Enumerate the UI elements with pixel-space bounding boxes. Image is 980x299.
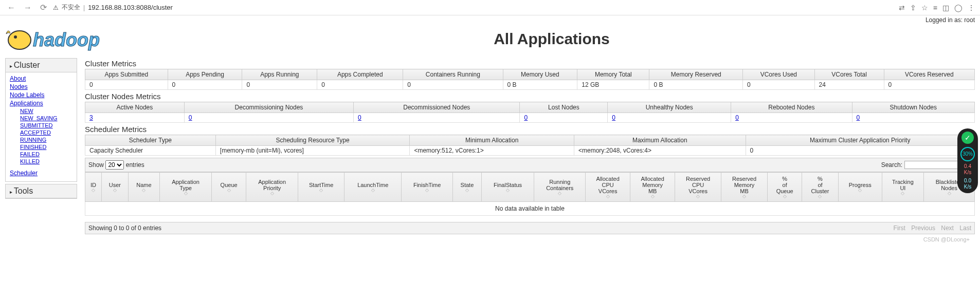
col-header: Active Nodes bbox=[85, 102, 185, 113]
apps-col-header[interactable]: StartTime◇ bbox=[298, 173, 344, 202]
sidebar-link-about[interactable]: About bbox=[10, 74, 72, 83]
forward-icon[interactable]: → bbox=[22, 3, 34, 12]
sidebar-link-node-labels[interactable]: Node Labels bbox=[10, 91, 72, 99]
apps-col-header[interactable]: FinalStatus◇ bbox=[481, 173, 534, 202]
cell[interactable]: 0 bbox=[608, 113, 731, 123]
apps-col-header[interactable]: User◇ bbox=[102, 173, 129, 202]
apps-col-header[interactable]: LaunchTime◇ bbox=[344, 173, 402, 202]
reload-icon[interactable]: ⟳ bbox=[38, 3, 49, 12]
col-header: Maximum Cluster Application Priority bbox=[746, 135, 974, 146]
apps-col-header[interactable]: ReservedMemoryMB◇ bbox=[721, 173, 768, 202]
cell: [memory-mb (unit=Mi), vcores] bbox=[215, 146, 410, 156]
no-data-message: No data available in table bbox=[85, 202, 975, 216]
svg-text:hadoop: hadoop bbox=[33, 29, 100, 50]
translate-icon[interactable]: ⇄ bbox=[899, 4, 905, 12]
col-header: Containers Running bbox=[403, 69, 503, 80]
cell[interactable]: 0 bbox=[520, 113, 608, 123]
showing-info: Showing 0 to 0 of 0 entries bbox=[88, 225, 161, 232]
panel-icon[interactable]: ◫ bbox=[942, 4, 949, 12]
check-icon: ✓ bbox=[961, 132, 974, 144]
sidebar-link-nodes[interactable]: Nodes bbox=[10, 83, 72, 91]
cell: 0 bbox=[85, 80, 168, 90]
table-controls: Show 20 entries Search: bbox=[85, 158, 975, 172]
col-header: Rebooted Nodes bbox=[731, 102, 852, 113]
hadoop-logo[interactable]: hadoop bbox=[5, 25, 129, 53]
sidebar-appstate-failed[interactable]: FAILED bbox=[20, 151, 72, 158]
apps-col-header[interactable]: %ofQueue◇ bbox=[767, 173, 802, 202]
star-icon[interactable]: ☆ bbox=[921, 4, 928, 12]
col-header: Memory Total bbox=[577, 69, 649, 80]
node-metrics-table: Active NodesDecommissioning NodesDecommi… bbox=[85, 102, 975, 123]
sidebar-link-applications[interactable]: Applications bbox=[10, 99, 72, 107]
page-prev[interactable]: Previous bbox=[911, 225, 935, 232]
sidebar-appstate-submitted[interactable]: SUBMITTED bbox=[20, 122, 72, 129]
apps-col-header[interactable]: TrackingUI◇ bbox=[882, 173, 923, 202]
apps-col-header[interactable]: AllocatedMemoryMB◇ bbox=[630, 173, 675, 202]
url-bar[interactable]: ⚠ 不安全 | 192.168.88.103:8088/cluster bbox=[53, 3, 895, 12]
col-header: VCores Total bbox=[814, 69, 884, 80]
scheduler-metrics-table: Scheduler TypeScheduling Resource TypeMi… bbox=[85, 135, 975, 156]
sidebar-tools[interactable]: Tools bbox=[5, 184, 77, 199]
sidebar-appstate-new_saving[interactable]: NEW_SAVING bbox=[20, 115, 72, 122]
cell[interactable]: 0 bbox=[731, 113, 852, 123]
apps-col-header[interactable]: Progress◇ bbox=[838, 173, 882, 202]
cell: 0 bbox=[403, 80, 503, 90]
apps-col-header[interactable]: Name◇ bbox=[128, 173, 159, 202]
svg-point-1 bbox=[14, 35, 17, 39]
cell: 0 bbox=[242, 80, 317, 90]
url-text: 192.168.88.103:8088/cluster bbox=[88, 4, 173, 11]
entries-select[interactable]: 20 bbox=[105, 160, 124, 170]
apps-col-header[interactable]: ID◇ bbox=[85, 173, 102, 202]
sidebar-cluster-title[interactable]: Cluster bbox=[6, 59, 77, 72]
scheduler-metrics-title: Scheduler Metrics bbox=[85, 125, 975, 134]
col-header: Lost Nodes bbox=[520, 102, 608, 113]
sidebar-link-scheduler[interactable]: Scheduler bbox=[10, 169, 72, 177]
back-icon[interactable]: ← bbox=[5, 3, 17, 12]
apps-col-header[interactable]: AllocatedCPUVCores◇ bbox=[586, 173, 630, 202]
cell[interactable]: 0 bbox=[184, 113, 353, 123]
apps-col-header[interactable]: RunningContainers◇ bbox=[534, 173, 586, 202]
cell[interactable]: 0 bbox=[852, 113, 974, 123]
reading-list-icon[interactable]: ≡ bbox=[933, 4, 937, 12]
sidebar-appstate-killed[interactable]: KILLED bbox=[20, 158, 72, 165]
cell[interactable]: 3 bbox=[85, 113, 185, 123]
sidebar-appstate-new[interactable]: NEW bbox=[20, 107, 72, 115]
col-header: Apps Completed bbox=[317, 69, 403, 80]
col-header: Maximum Allocation bbox=[574, 135, 746, 146]
sidebar-appstate-finished[interactable]: FINISHED bbox=[20, 143, 72, 151]
col-header: Decommissioning Nodes bbox=[184, 102, 353, 113]
apps-col-header[interactable]: ReservedCPUVCores◇ bbox=[675, 173, 721, 202]
col-header: Memory Used bbox=[503, 69, 577, 80]
col-header: Unhealthy Nodes bbox=[608, 102, 731, 113]
col-header: Apps Running bbox=[242, 69, 317, 80]
cell: 0 bbox=[884, 80, 974, 90]
col-header: Apps Pending bbox=[168, 69, 242, 80]
page-next[interactable]: Next bbox=[941, 225, 954, 232]
applications-table: ID◇User◇Name◇ApplicationType◇Queue◇Appli… bbox=[85, 172, 975, 216]
apps-col-header[interactable]: Queue◇ bbox=[211, 173, 246, 202]
apps-col-header[interactable]: ApplicationType◇ bbox=[160, 173, 212, 202]
menu-icon[interactable]: ⋮ bbox=[968, 4, 975, 12]
sidebar-appstate-accepted[interactable]: ACCEPTED bbox=[20, 129, 72, 136]
apps-col-header[interactable]: State◇ bbox=[453, 173, 482, 202]
sidebar-tools-title[interactable]: Tools bbox=[6, 184, 77, 198]
cell: 12 GB bbox=[577, 80, 649, 90]
float-widget[interactable]: ✓ 30% 0.4K/s 0.0K/s bbox=[957, 128, 978, 193]
profile-icon[interactable]: ◯ bbox=[954, 4, 963, 12]
search-label: Search: bbox=[881, 161, 902, 169]
share-icon[interactable]: ⇪ bbox=[910, 4, 916, 12]
col-header: Apps Submitted bbox=[85, 69, 168, 80]
node-metrics-title: Cluster Nodes Metrics bbox=[85, 92, 975, 101]
cell[interactable]: 0 bbox=[354, 113, 520, 123]
page-first[interactable]: First bbox=[894, 225, 905, 232]
cluster-metrics-table: Apps SubmittedApps PendingApps RunningAp… bbox=[85, 69, 975, 90]
page-last[interactable]: Last bbox=[959, 225, 971, 232]
apps-col-header[interactable]: FinishTime◇ bbox=[402, 173, 453, 202]
show-label: Show bbox=[88, 161, 104, 169]
col-header: Decommissioned Nodes bbox=[354, 102, 520, 113]
cell: <memory:512, vCores:1> bbox=[410, 146, 574, 156]
cell: 0 B bbox=[649, 80, 743, 90]
sidebar-appstate-running[interactable]: RUNNING bbox=[20, 136, 72, 143]
apps-col-header[interactable]: %ofCluster◇ bbox=[802, 173, 838, 202]
apps-col-header[interactable]: ApplicationPriority◇ bbox=[246, 173, 298, 202]
